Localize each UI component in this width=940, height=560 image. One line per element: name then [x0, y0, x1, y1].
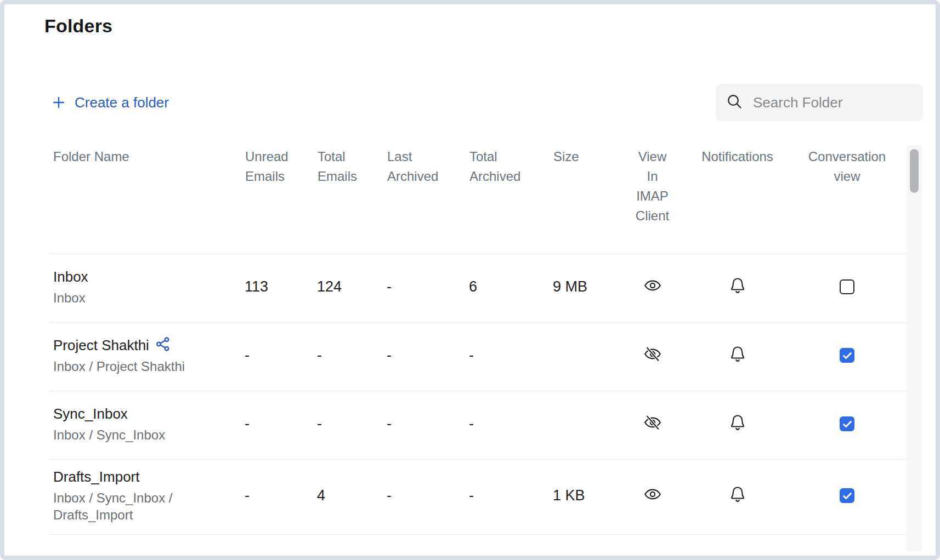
total-archived-value: - — [466, 415, 550, 432]
conversation-view-checkbox[interactable] — [840, 348, 854, 363]
folders-table: Folder Name Unread Emails Total Emails L… — [49, 145, 909, 535]
search-folder-box[interactable] — [716, 84, 923, 121]
col-header-view-in-imap: View In IMAP Client — [615, 147, 689, 226]
unread-emails-value: - — [241, 347, 314, 364]
total-emails-value: 124 — [314, 278, 383, 295]
last-archived-value: - — [383, 415, 466, 432]
vertical-scrollbar-track[interactable] — [907, 145, 922, 551]
magnifier-icon — [726, 93, 744, 113]
size-value: 9 MB — [550, 278, 615, 295]
col-header-unread-emails: Unread Emails — [241, 147, 314, 186]
total-archived-value: - — [466, 487, 550, 504]
col-header-total-archived: Total Archived — [466, 147, 550, 186]
notifications-cell — [689, 413, 785, 434]
table-row[interactable]: Sync_Inbox Inbox / Sync_Inbox - - - - — [49, 391, 909, 459]
total-archived-value: - — [466, 347, 550, 364]
notifications-cell — [689, 345, 785, 365]
conversation-view-checkbox[interactable] — [840, 416, 854, 431]
conversation-view-cell — [785, 348, 909, 363]
toolbar: Create a folder — [51, 84, 923, 121]
folder-name-cell: Sync_Inbox Inbox / Sync_Inbox — [49, 404, 241, 443]
vertical-scrollbar-thumb[interactable] — [910, 149, 919, 193]
total-emails-value: - — [314, 415, 383, 432]
bell-icon[interactable] — [728, 413, 747, 432]
folder-path: Inbox / Sync_Inbox — [53, 426, 209, 443]
share-icon — [155, 336, 171, 355]
notifications-cell — [689, 276, 785, 297]
col-header-total-emails: Total Emails — [314, 147, 383, 186]
conversation-view-cell — [785, 488, 909, 503]
eye-icon[interactable] — [643, 276, 662, 295]
total-emails-value: - — [314, 347, 383, 364]
conversation-view-cell — [785, 279, 909, 294]
view-in-imap-cell — [615, 413, 689, 434]
page-title: Folders — [44, 15, 936, 37]
search-folder-input[interactable] — [753, 94, 913, 111]
folder-path: Inbox / Sync_Inbox / Drafts_Import — [53, 489, 209, 523]
notifications-cell — [689, 485, 785, 506]
conversation-view-cell — [785, 416, 909, 431]
col-header-folder-name: Folder Name — [49, 147, 241, 167]
col-header-conversation-view: Conversation view — [785, 147, 909, 186]
create-folder-button[interactable]: Create a folder — [51, 94, 169, 111]
last-archived-value: - — [383, 487, 466, 504]
conversation-view-checkbox[interactable] — [840, 488, 854, 503]
unread-emails-value: - — [241, 487, 314, 504]
col-header-size: Size — [550, 147, 615, 167]
folder-name-cell: Inbox Inbox — [49, 267, 241, 306]
last-archived-value: - — [383, 278, 466, 295]
folder-name-cell: Drafts_Import Inbox / Sync_Inbox / Draft… — [49, 467, 241, 523]
table-body: Inbox Inbox 113 124 - 6 9 MB — [49, 254, 909, 535]
bell-icon[interactable] — [728, 276, 747, 295]
last-archived-value: - — [383, 347, 466, 364]
conversation-view-checkbox[interactable] — [840, 279, 854, 294]
eye-icon[interactable] — [643, 485, 662, 504]
view-in-imap-cell — [615, 485, 689, 506]
bell-icon[interactable] — [728, 485, 747, 504]
view-in-imap-cell — [615, 345, 689, 365]
total-emails-value: 4 — [314, 487, 383, 504]
folder-path: Inbox — [53, 289, 209, 306]
total-archived-value: 6 — [466, 278, 550, 295]
eye-off-icon[interactable] — [643, 413, 662, 432]
folder-name[interactable]: Drafts_Import — [53, 467, 140, 486]
folder-name[interactable]: Project Shakthi — [53, 336, 149, 355]
table-row[interactable]: Project Shakthi Inbox / Project Shakthi … — [49, 322, 909, 391]
col-header-last-archived: Last Archived — [383, 147, 466, 186]
folder-path: Inbox / Project Shakthi — [53, 358, 209, 375]
unread-emails-value: 113 — [241, 278, 314, 295]
bell-icon[interactable] — [728, 345, 747, 363]
folder-name[interactable]: Sync_Inbox — [53, 404, 128, 423]
unread-emails-value: - — [241, 415, 314, 432]
eye-off-icon[interactable] — [643, 345, 662, 363]
view-in-imap-cell — [615, 276, 689, 297]
size-value: 1 KB — [550, 487, 615, 504]
plus-icon — [51, 95, 66, 110]
folders-settings-panel: Folders Create a folder Folder Name Unre… — [0, 0, 940, 560]
table-header-row: Folder Name Unread Emails Total Emails L… — [49, 145, 909, 254]
table-row[interactable]: Drafts_Import Inbox / Sync_Inbox / Draft… — [49, 459, 909, 534]
folder-name[interactable]: Inbox — [53, 267, 88, 286]
col-header-notifications: Notifications — [689, 147, 785, 167]
table-row[interactable]: Inbox Inbox 113 124 - 6 9 MB — [49, 254, 909, 322]
folder-name-cell: Project Shakthi Inbox / Project Shakthi — [49, 336, 241, 375]
create-folder-label: Create a folder — [75, 94, 169, 111]
